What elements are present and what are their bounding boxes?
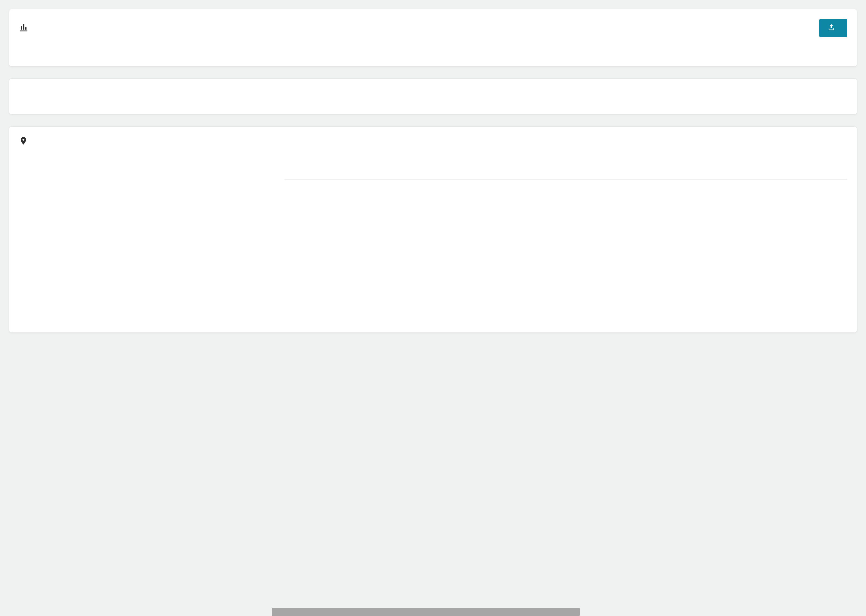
tracking-stats-card [9,9,857,67]
geo-table [285,158,847,180]
geo-body [19,158,847,323]
dashboard [0,0,866,333]
geo-opens-card [9,126,857,333]
geo-opens-header [19,136,847,146]
rates-card [9,79,857,115]
geo-table-header [285,158,847,180]
horizontal-scrollbar-thumb[interactable] [272,608,580,616]
geo-pie-chart[interactable] [54,158,218,323]
location-pin-icon [19,136,28,146]
bar-chart-icon [19,23,28,34]
tracking-stats-header [19,19,847,37]
export-icon [827,23,835,33]
export-basic-stats-button[interactable] [819,19,847,37]
